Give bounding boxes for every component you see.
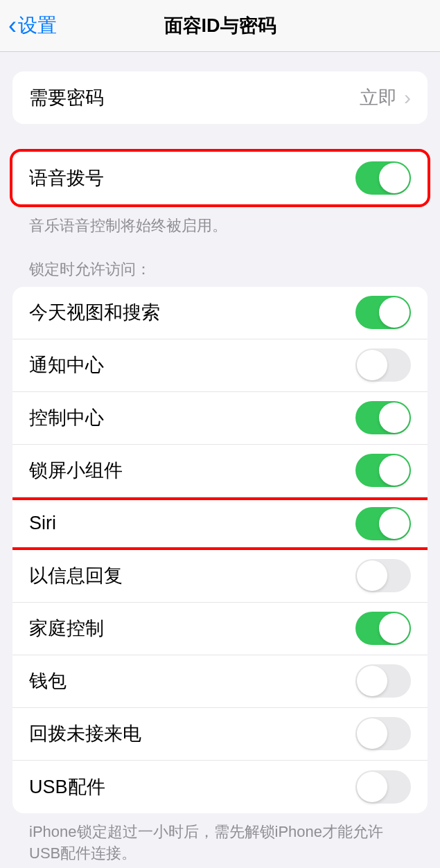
lock-access-label: Siri [29, 513, 56, 534]
toggle-knob [379, 297, 410, 328]
chevron-left-icon: ‹ [8, 11, 17, 40]
require-passcode-row[interactable]: 需要密码 立即 › [12, 71, 428, 124]
back-label: 设置 [18, 12, 57, 39]
lock-access-label: 钱包 [29, 668, 67, 693]
toggle-knob [357, 350, 387, 380]
toggle-knob [379, 613, 410, 644]
voice-dial-footer: 音乐语音控制将始终被启用。 [12, 207, 428, 237]
lock-access-toggle[interactable] [355, 559, 411, 592]
lock-access-footer: iPhone锁定超过一小时后，需先解锁iPhone才能允许USB配件连接。 [12, 813, 428, 865]
voice-dial-toggle[interactable] [355, 161, 411, 195]
lock-access-row: 今天视图和搜索 [12, 287, 428, 339]
lock-access-label: 家庭控制 [29, 616, 104, 641]
lock-access-row: USB配件 [12, 761, 428, 813]
lock-access-row: 控制中心 [12, 392, 428, 445]
lock-access-toggle[interactable] [355, 664, 411, 698]
lock-access-label: 通知中心 [29, 353, 104, 378]
toggle-knob [357, 718, 387, 749]
lock-access-row: 回拨未接来电 [12, 708, 428, 761]
back-button[interactable]: ‹ 设置 [0, 11, 57, 40]
lock-access-row: Siri [12, 497, 428, 550]
lock-access-list: 今天视图和搜索通知中心控制中心锁屏小组件Siri以信息回复家庭控制钱包回拨未接来… [12, 287, 428, 813]
lock-access-toggle[interactable] [355, 348, 411, 382]
lock-access-label: 控制中心 [29, 405, 104, 430]
lock-access-row: 以信息回复 [12, 550, 428, 603]
chevron-right-icon: › [404, 86, 411, 109]
lock-access-row: 通知中心 [12, 339, 428, 392]
lock-access-label: 以信息回复 [29, 563, 123, 588]
lock-access-row: 家庭控制 [12, 603, 428, 655]
navigation-header: ‹ 设置 面容ID与密码 [0, 0, 440, 52]
toggle-knob [357, 560, 387, 591]
toggle-knob [357, 772, 387, 802]
lock-access-row: 锁屏小组件 [12, 445, 428, 497]
lock-access-label: 回拨未接来电 [29, 721, 141, 746]
require-passcode-value: 立即 [360, 85, 397, 110]
lock-access-label: 锁屏小组件 [29, 458, 123, 483]
lock-access-label: 今天视图和搜索 [29, 300, 160, 325]
lock-access-toggle[interactable] [355, 454, 411, 487]
toggle-knob [379, 163, 410, 193]
voice-dial-highlight: 语音拨号 [10, 149, 430, 207]
lock-access-row: 钱包 [12, 655, 428, 708]
lock-access-toggle[interactable] [355, 401, 411, 434]
lock-access-header: 锁定时允许访问： [12, 259, 428, 287]
lock-access-toggle[interactable] [355, 296, 411, 329]
lock-access-toggle[interactable] [355, 770, 411, 804]
voice-dial-row: 语音拨号 [12, 152, 428, 204]
toggle-knob [379, 455, 410, 486]
page-title: 面容ID与密码 [164, 13, 276, 38]
lock-access-toggle[interactable] [355, 507, 411, 540]
toggle-knob [379, 508, 410, 539]
require-passcode-label: 需要密码 [29, 85, 104, 110]
lock-access-label: USB配件 [29, 774, 105, 799]
lock-access-toggle[interactable] [355, 717, 411, 750]
toggle-knob [379, 402, 410, 433]
toggle-knob [357, 666, 387, 696]
lock-access-toggle[interactable] [355, 612, 411, 645]
voice-dial-label: 语音拨号 [29, 166, 104, 191]
